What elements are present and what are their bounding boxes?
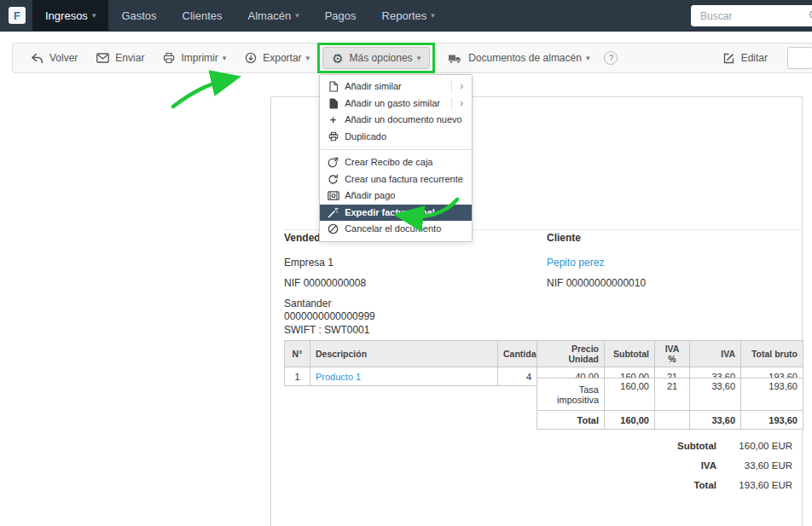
cell-num: 1 (285, 367, 310, 386)
documentos-almacen-label: Documentos de almacén (468, 52, 582, 64)
iva-row: IVA 33,60 EUR (271, 460, 803, 480)
help-button[interactable]: ? (604, 51, 618, 65)
menu-item-anadir-similar[interactable]: Añadir similar › (320, 78, 472, 95)
menu-item-anadir-pago[interactable]: Añadir pago (320, 188, 472, 205)
file-filled-icon (327, 98, 339, 109)
editar-label: Editar (741, 52, 768, 64)
nav-item-pagos[interactable]: Pagos (312, 0, 369, 31)
total-row-label: Total (537, 411, 605, 430)
export-download-icon (245, 52, 257, 64)
editar-button[interactable]: Editar (714, 47, 777, 69)
mas-opciones-label: Más opciones (350, 52, 413, 64)
cliente-block: Cliente Pepito perez NIF 00000000000010 (547, 232, 646, 298)
menu-item-anadir-gasto-similar[interactable]: Añadir un gasto similar › (320, 95, 472, 113)
document-toolbar: Volver Enviar Imprimir ▾ Exportar ▾ ⚙ (12, 43, 812, 73)
mas-opciones-button[interactable]: ⚙ Más opciones ▾ (322, 47, 430, 69)
tax-iva: 33,60 (690, 379, 741, 411)
iva-value: 33,60 EUR (745, 460, 792, 471)
tax-iva-pct: 21 (655, 379, 690, 411)
caret-down-icon: ▾ (306, 54, 310, 62)
nav-item-label: Pagos (325, 9, 357, 22)
annotation-arrow-to-mas-opciones (173, 78, 232, 107)
chevron-right-icon: › (451, 81, 463, 92)
menu-item-label: Expedir factura final (345, 207, 465, 219)
cliente-title: Cliente (547, 232, 646, 246)
subtotal-label: Subtotal (677, 441, 716, 451)
total-subtotal: 160,00 (605, 411, 655, 430)
menu-item-duplicado[interactable]: Duplicado (320, 129, 472, 146)
tax-subtotal: 160,00 (605, 379, 655, 411)
enviar-button[interactable]: Enviar (87, 47, 154, 69)
subtotal-row: Subtotal 160,00 EUR (271, 441, 803, 460)
cliente-link[interactable]: Pepito perez (547, 257, 604, 269)
total-label: Total (693, 480, 716, 490)
subtotal-value: 160,00 EUR (739, 441, 792, 451)
volver-button[interactable]: Volver (21, 47, 87, 69)
enviar-label: Enviar (115, 52, 144, 64)
col-header-precio: Precio Unidad (537, 341, 605, 367)
caret-down-icon: ▾ (586, 54, 590, 62)
col-header-iva: IVA (690, 341, 741, 367)
menu-item-label: Cancelar el documento (345, 223, 465, 235)
menu-item-anadir-documento-nuevo[interactable]: + Añadir un documento nuevo (320, 112, 472, 129)
envelope-icon (96, 53, 109, 63)
col-header-total-bruto: Total bruto (741, 341, 803, 367)
col-header-subtotal: Subtotal (605, 341, 655, 367)
app-logo-letter: F (14, 9, 20, 22)
tax-row: Tasa impositiva 160,00 21 33,60 193,60 (537, 379, 803, 411)
chevron-right-icon: › (451, 98, 463, 109)
exportar-button[interactable]: Exportar ▾ (235, 47, 319, 69)
cash-receipt-icon (327, 157, 339, 168)
banknote-icon (327, 191, 339, 200)
menu-item-cancelar-documento[interactable]: Cancelar el documento (320, 221, 472, 238)
documentos-almacen-button[interactable]: Documentos de almacén ▾ (438, 47, 599, 69)
edit-pencil-icon (723, 52, 735, 64)
imprimir-button[interactable]: Imprimir ▾ (154, 47, 235, 69)
nav-item-label: Almacén (248, 9, 292, 22)
mas-opciones-wrap: ⚙ Más opciones ▾ Añadir similar › (322, 47, 430, 69)
cancel-icon (327, 223, 339, 234)
truck-icon (448, 53, 462, 64)
plus-icon: + (327, 115, 339, 124)
menu-item-label: Añadir similar (345, 81, 446, 93)
app-screen: F Ingresos ▾ Gastos Clientes Almacén ▾ P… (0, 0, 812, 526)
table-total-row: Total 160,00 33,60 193,60 (537, 411, 803, 430)
nav-item-gastos[interactable]: Gastos (108, 0, 169, 31)
back-arrow-icon (31, 53, 44, 64)
table-header-row: N° Descripción Cantidad Precio Unidad Su… (285, 341, 803, 367)
menu-item-crear-recibo-caja[interactable]: Crear Recibo de caja (320, 154, 472, 171)
menu-item-label: Añadir un documento nuevo (345, 114, 465, 126)
tax-row-label: Tasa impositiva (537, 379, 605, 411)
toolbar-right-group: Editar (714, 47, 812, 69)
vendedor-account: 0000000000000999 (284, 310, 375, 324)
nav-item-ingresos[interactable]: Ingresos ▾ (32, 0, 108, 31)
caret-down-icon: ▾ (223, 54, 227, 62)
total-iva: 33,60 (690, 411, 741, 430)
tax-total: 193,60 (741, 379, 803, 411)
product-link[interactable]: Producto 1 (316, 372, 361, 382)
col-header-descripcion: Descripción (310, 341, 498, 367)
search-icon[interactable] (809, 9, 812, 25)
menu-item-crear-factura-recurrente[interactable]: Crear una factura recurrente (320, 171, 472, 188)
menu-item-label: Crear una factura recurrente (345, 174, 465, 186)
toolbar-overflow-button[interactable] (787, 47, 812, 69)
menu-item-expedir-factura-final[interactable]: Expedir factura final (320, 205, 472, 222)
nav-item-almacen[interactable]: Almacén ▾ (235, 0, 312, 31)
nav-item-label: Ingresos (45, 9, 88, 22)
imprimir-label: Imprimir (181, 52, 218, 64)
col-header-num: N° (285, 341, 310, 367)
mas-opciones-dropdown: Añadir similar › Añadir un gasto similar… (319, 74, 473, 242)
vendedor-nif: NIF 00000000008 (284, 277, 375, 291)
app-logo[interactable]: F (9, 7, 26, 24)
refresh-icon (327, 174, 339, 185)
nav-item-label: Clientes (183, 9, 223, 22)
search-input[interactable] (691, 5, 812, 26)
top-navbar: F Ingresos ▾ Gastos Clientes Almacén ▾ P… (0, 0, 812, 32)
caret-down-icon: ▾ (295, 11, 299, 20)
iva-label: IVA (701, 460, 716, 471)
caret-down-icon: ▾ (431, 11, 435, 20)
nav-item-clientes[interactable]: Clientes (170, 0, 235, 31)
nav-item-reportes[interactable]: Reportes ▾ (369, 0, 448, 31)
menu-item-label: Añadir pago (345, 190, 465, 202)
vendedor-company: Empresa 1 (284, 257, 375, 270)
